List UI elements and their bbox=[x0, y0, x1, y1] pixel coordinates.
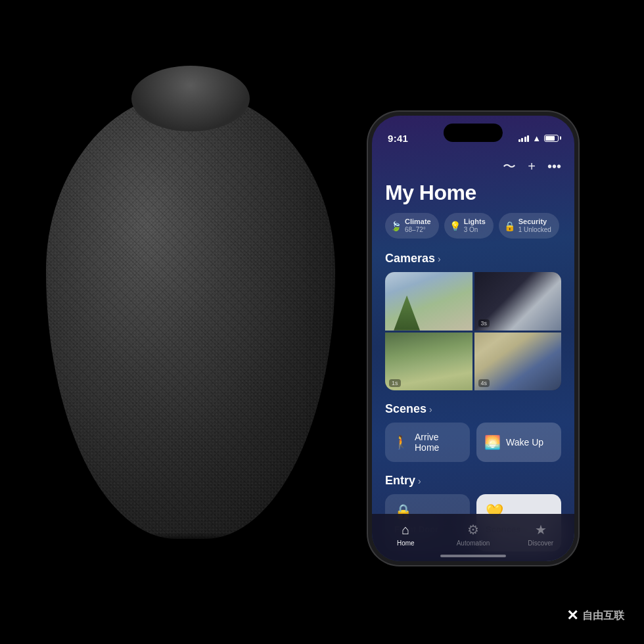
iphone-screen: 9:41 ▲ 〜 bbox=[372, 116, 574, 561]
automation-tab-icon: ⚙ bbox=[467, 522, 479, 538]
battery-fill bbox=[545, 136, 555, 141]
home-tab-icon: ⌂ bbox=[402, 522, 409, 538]
automation-tab-label: Automation bbox=[457, 540, 490, 547]
battery-icon bbox=[544, 135, 559, 142]
entry-title: Entry bbox=[385, 474, 415, 488]
camera-4-timer: 4s bbox=[478, 379, 490, 387]
arrive-home-button[interactable]: 🚶 Arrive Home bbox=[385, 423, 470, 462]
discover-tab-icon: ★ bbox=[535, 522, 547, 538]
page-title: My Home bbox=[372, 181, 574, 213]
homepod-mesh-diagonal bbox=[46, 92, 335, 539]
arrive-home-icon: 🚶 bbox=[393, 434, 409, 450]
cameras-title: Cameras bbox=[385, 252, 435, 265]
scenes-chevron-icon[interactable]: › bbox=[429, 404, 432, 415]
status-icons: ▲ bbox=[518, 133, 559, 143]
security-chip[interactable]: 🔒 Security 1 Unlocked bbox=[499, 213, 559, 239]
wake-up-label: Wake Up bbox=[506, 437, 543, 448]
dynamic-island bbox=[444, 124, 503, 142]
lights-value: 3 On bbox=[464, 226, 486, 234]
cameras-chevron-icon[interactable]: › bbox=[438, 254, 441, 264]
camera-3-timer: 1s bbox=[389, 379, 401, 387]
climate-icon: 🍃 bbox=[390, 221, 402, 231]
homepod-top bbox=[131, 66, 250, 131]
watermark-x-icon: ✕ bbox=[566, 607, 578, 624]
status-chips-row: 🍃 Climate 68–72° 💡 Lights 3 On bbox=[372, 213, 574, 249]
scenes-title: Scenes bbox=[385, 402, 426, 416]
camera-cell-3[interactable]: 1s bbox=[385, 333, 472, 391]
entry-section-header: Entry › bbox=[372, 471, 574, 494]
climate-value: 68–72° bbox=[405, 226, 431, 234]
home-tab-label: Home bbox=[397, 540, 415, 547]
camera-cell-4[interactable]: 4s bbox=[474, 333, 562, 391]
discover-tab-label: Discover bbox=[528, 540, 553, 547]
camera-cell-2[interactable]: 3s bbox=[474, 272, 562, 331]
climate-label: Climate bbox=[405, 218, 431, 226]
camera-2-timer: 3s bbox=[478, 319, 490, 327]
wake-up-button[interactable]: 🌅 Wake Up bbox=[476, 423, 561, 462]
lights-icon: 💡 bbox=[449, 221, 461, 231]
scene-buttons-row: 🚶 Arrive Home 🌅 Wake Up bbox=[372, 423, 574, 471]
security-value: 1 Unlocked bbox=[518, 226, 551, 234]
app-header: 〜 + ••• bbox=[372, 151, 574, 181]
scenes-section-header: Scenes › bbox=[372, 400, 574, 423]
homepod-body bbox=[46, 92, 335, 539]
iphone-device: 9:41 ▲ 〜 bbox=[368, 112, 578, 565]
lights-label: Lights bbox=[464, 218, 486, 226]
homepod-shadow bbox=[59, 532, 322, 552]
camera-grid: 3s 1s 4s bbox=[385, 272, 561, 390]
add-icon[interactable]: + bbox=[528, 159, 536, 174]
climate-chip[interactable]: 🍃 Climate 68–72° bbox=[385, 213, 439, 239]
lights-chip[interactable]: 💡 Lights 3 On bbox=[444, 213, 494, 239]
wifi-icon: ▲ bbox=[532, 133, 541, 143]
security-label: Security bbox=[518, 218, 551, 226]
waveform-icon[interactable]: 〜 bbox=[503, 158, 516, 175]
entry-chevron-icon[interactable]: › bbox=[418, 476, 421, 486]
more-icon[interactable]: ••• bbox=[547, 159, 561, 174]
watermark: ✕ 自由互联 bbox=[566, 607, 624, 624]
security-icon: 🔒 bbox=[504, 221, 515, 231]
camera-cell-1[interactable] bbox=[385, 272, 472, 331]
arrive-home-label: Arrive Home bbox=[415, 432, 462, 453]
cameras-section-header: Cameras › bbox=[372, 249, 574, 272]
iphone-frame: 9:41 ▲ 〜 bbox=[368, 112, 578, 565]
watermark-text: 自由互联 bbox=[582, 609, 624, 623]
signal-bars-icon bbox=[518, 134, 530, 142]
home-indicator bbox=[440, 555, 506, 557]
homepod-device bbox=[20, 53, 361, 552]
tab-discover[interactable]: ★ Discover bbox=[507, 522, 574, 547]
app-content: 〜 + ••• My Home 🍃 Climate 68–72° bbox=[372, 151, 574, 561]
status-time: 9:41 bbox=[388, 133, 408, 144]
tab-automation[interactable]: ⚙ Automation bbox=[440, 522, 507, 547]
wake-up-icon: 🌅 bbox=[484, 434, 501, 450]
tab-home[interactable]: ⌂ Home bbox=[372, 522, 440, 547]
